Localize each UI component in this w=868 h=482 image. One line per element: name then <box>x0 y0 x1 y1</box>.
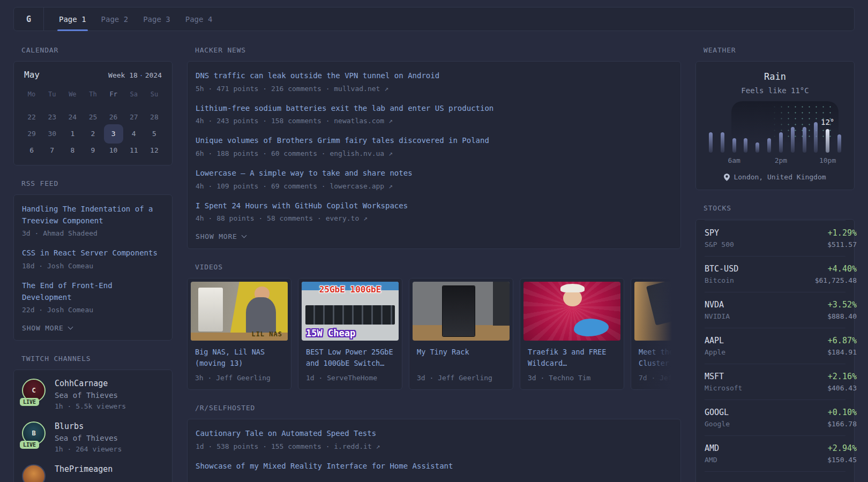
hackernews-item-link[interactable]: Unique volumes of Brothers Grimm fairy t… <box>196 135 672 147</box>
stock-row[interactable]: AAPL Apple +6.87% $184.91 <box>705 328 845 364</box>
weather-hour-column <box>837 113 841 153</box>
calendar-date: 22 <box>22 109 41 125</box>
stock-values: +0.10% $166.78 <box>803 408 857 428</box>
stock-row[interactable]: NVDA NVIDIA +3.52% $888.40 <box>705 292 845 328</box>
reddit-card: Cautionary Tale on Automated Speed Tests… <box>187 419 681 482</box>
hackernews-item-meta: 6h · 188 points · 60 comments · english.… <box>196 149 672 157</box>
calendar-day-header: Th <box>89 87 96 102</box>
hackernews-item-link[interactable]: I Spent 24 Hours with GitHub Copilot Wor… <box>196 200 672 212</box>
calendar-card: May Week 18·2024 Mo Tu We Th <box>13 61 173 165</box>
twitch-channel-name: ThePrimeagen <box>55 464 113 474</box>
stock-change-percent: +1.29% <box>803 228 857 238</box>
rss-item-meta: 3d · Ahmad Shadeed <box>22 229 164 237</box>
stock-row[interactable]: RDDT -1.65% <box>705 471 845 482</box>
calendar-date-cell: 25 <box>83 109 103 125</box>
stock-values: +6.87% $184.91 <box>803 336 857 356</box>
video-title-link[interactable]: BEST Low Power 25GbE and 100GbE Switch… <box>306 347 394 369</box>
stock-change-percent: +6.87% <box>803 336 857 345</box>
video-card[interactable]: LIL NAS Big NAS, Lil NAS (moving 13) 3h … <box>187 278 291 390</box>
thumbnail-art <box>560 284 585 293</box>
stock-row[interactable]: GOOGL Google +0.10% $166.78 <box>705 400 845 435</box>
hackernews-show-more-button[interactable]: SHOW MORE <box>196 232 672 240</box>
page-tab[interactable]: Page 1 <box>51 7 94 31</box>
temperature-bar <box>803 127 806 153</box>
page-tab[interactable]: Page 4 <box>178 7 220 31</box>
rss-item-meta: 22d · Josh Comeau <box>22 306 164 314</box>
calendar-date: 29 <box>22 125 41 142</box>
hackernews-item: Unique volumes of Brothers Grimm fairy t… <box>196 135 672 157</box>
calendar-date: 7 <box>42 142 62 159</box>
stock-row[interactable]: MSFT Microsoft +2.16% $406.43 <box>705 364 845 400</box>
stock-values: +2.16% $406.43 <box>803 372 857 392</box>
page-tab[interactable]: Page 3 <box>136 7 178 31</box>
weather-hour-column <box>755 113 759 153</box>
hackernews-item-link[interactable]: DNS traffic can leak outside the VPN tun… <box>196 70 672 82</box>
hackernews-item-link[interactable]: Lowercase – A simple way to take and sha… <box>196 168 672 179</box>
calendar-date-cell: 3 <box>103 125 124 142</box>
stocks-card: SPY S&P 500 +1.29% $511.57 <box>695 219 855 482</box>
calendar-year: 2024 <box>145 71 162 79</box>
rss-card: Handling The Indentation of a Treeview C… <box>13 194 173 341</box>
rss-show-more-button[interactable]: SHOW MORE <box>22 324 164 332</box>
calendar-date-cell: 22 <box>21 109 42 125</box>
video-card[interactable]: 25GbE 100GbE 15W Cheap BEST Low Power 25… <box>298 278 402 390</box>
calendar-date-cell: 12 <box>144 142 164 159</box>
calendar-date-cell: 1 <box>62 125 83 142</box>
reddit-item-link[interactable]: Showcase of my Mixed Reality Interface f… <box>196 461 672 472</box>
hackernews-item: Lithium-free sodium batteries exit the l… <box>196 103 672 125</box>
page-tab[interactable]: Page 2 <box>94 7 136 31</box>
hackernews-item-meta: 4h · 243 points · 158 comments · newatla… <box>196 117 672 125</box>
thumbnail-art <box>246 297 276 334</box>
stock-sparkline <box>758 299 803 321</box>
twitch-channel-row[interactable]: B LIVE Blurbs Sea of Thieves 1h · 264 vi… <box>22 421 164 453</box>
stock-price: $61,725.48 <box>803 276 857 284</box>
stock-company-name: NVIDIA <box>705 312 758 320</box>
stock-company-name: AMD <box>705 456 758 464</box>
hour-axis-label: 6am <box>728 156 740 164</box>
calendar-dates: 22 23 24 25 <box>21 109 164 159</box>
temperature-bar <box>779 132 783 153</box>
hackernews-item-meta: 5h · 471 points · 216 comments · mullvad… <box>196 85 672 93</box>
video-title-link[interactable]: Traefik 3 and FREE Wildcard… <box>528 347 616 369</box>
rss-item-link[interactable]: Handling The Indentation of a Treeview C… <box>22 204 164 227</box>
main-content: CALENDAR May Week 18·2024 Mo Tu We <box>0 31 868 482</box>
reddit-item-link[interactable]: Cautionary Tale on Automated Speed Tests <box>196 428 672 440</box>
video-title-link[interactable]: Big NAS, Lil NAS (moving 13) <box>195 347 283 369</box>
rss-item-link[interactable]: The End of Front-End Development <box>22 280 164 303</box>
twitch-channel-row[interactable]: C LIVE CohhCarnage Sea of Thieves 1h · 5… <box>22 379 164 410</box>
calendar-day-header: Sa <box>130 87 138 102</box>
twitch-avatar-wrap: C LIVE <box>22 379 47 402</box>
calendar-date-cell: 11 <box>124 142 144 159</box>
video-meta: 7d · Jeff Geerling <box>639 374 681 382</box>
hackernews-item-link[interactable]: Lithium-free sodium batteries exit the l… <box>196 103 672 115</box>
hackernews-item: I Spent 24 Hours with GitHub Copilot Wor… <box>196 200 672 223</box>
stock-row[interactable]: AMD AMD +2.94% $150.45 <box>705 435 845 471</box>
rss-item-link[interactable]: CSS in React Server Components <box>22 247 164 259</box>
video-card[interactable]: FAS Meet the new Linux Cluster 7d · Jeff… <box>631 278 681 390</box>
stock-info: GOOGL Google <box>705 408 758 428</box>
stock-sparkline <box>758 479 803 482</box>
temperature-bar <box>755 142 759 153</box>
app-logo[interactable]: G <box>14 7 44 31</box>
reddit-item: Showcase of my Mixed Reality Interface f… <box>196 461 672 472</box>
stock-change-percent: +2.16% <box>803 372 857 381</box>
twitch-channel-name: Blurbs <box>55 421 122 431</box>
video-card[interactable]: My Tiny Rack 3d · Jeff Geerling <box>409 278 513 390</box>
stock-row[interactable]: BTC-USD Bitcoin +4.40% $61,725.48 <box>705 256 845 292</box>
twitch-card: C LIVE CohhCarnage Sea of Thieves 1h · 5… <box>13 370 173 482</box>
weather-hour-column <box>791 113 795 153</box>
reddit-list: Cautionary Tale on Automated Speed Tests… <box>196 428 672 472</box>
video-title-link[interactable]: Meet the new Linux Cluster <box>639 347 681 369</box>
stock-symbol: NVDA <box>705 300 758 310</box>
twitch-channel-row[interactable]: ThePrimeagen <box>22 464 164 482</box>
video-title-link[interactable]: My Tiny Rack <box>417 347 505 369</box>
hackernews-heading: HACKER NEWS <box>195 46 681 54</box>
hackernews-item: DNS traffic can leak outside the VPN tun… <box>196 70 672 93</box>
calendar-date-cell: 30 <box>42 125 62 142</box>
video-thumbnail <box>523 282 620 341</box>
rss-show-more-label: SHOW MORE <box>22 324 64 332</box>
video-card[interactable]: Traefik 3 and FREE Wildcard… 3d · Techno… <box>520 278 624 390</box>
calendar-date-cell: 26 <box>103 109 124 125</box>
weather-location-text: London, United Kingdom <box>734 173 826 181</box>
stock-row[interactable]: SPY S&P 500 +1.29% $511.57 <box>705 220 845 256</box>
